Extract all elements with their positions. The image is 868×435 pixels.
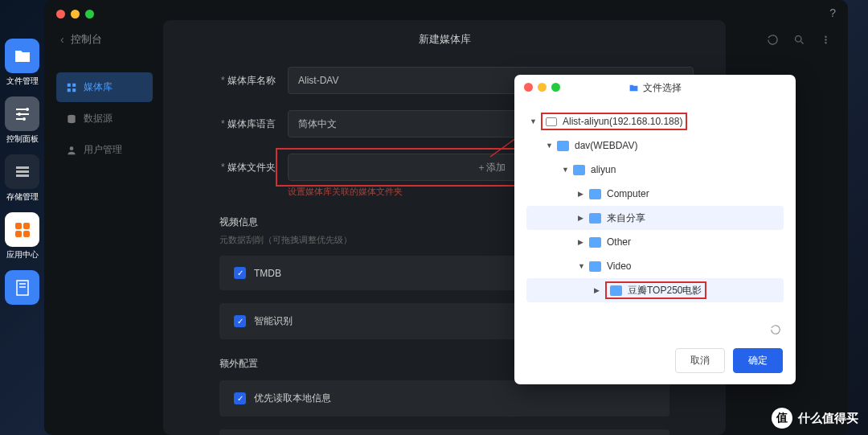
lang-label: 媒体库语言 xyxy=(195,117,288,131)
svg-rect-16 xyxy=(68,88,71,92)
svg-rect-4 xyxy=(16,170,29,173)
tree-label: Alist-aliyun(192.168.10.188) xyxy=(563,116,682,127)
caret-icon[interactable] xyxy=(594,286,602,294)
tree-item[interactable]: Video xyxy=(526,254,784,278)
folder-icon xyxy=(610,285,622,296)
svg-rect-15 xyxy=(72,83,76,86)
window-controls[interactable] xyxy=(56,10,94,18)
file-picker-dialog: 文件选择 Alist-aliyun(192.168.10.188)dav(WEB… xyxy=(514,75,796,384)
search-icon[interactable] xyxy=(793,34,805,49)
folder-icon xyxy=(557,141,569,151)
sidebar-item-media[interactable]: 媒体库 xyxy=(56,72,153,102)
svg-point-12 xyxy=(825,39,826,40)
dock-storage[interactable]: 存储管理 xyxy=(5,154,39,203)
svg-rect-3 xyxy=(16,166,29,169)
local-row[interactable]: ✓ 优先读取本地信息 xyxy=(219,380,669,417)
ok-button[interactable]: 确定 xyxy=(733,348,783,373)
caret-icon[interactable] xyxy=(546,142,554,150)
dock-label: 文件管理 xyxy=(6,76,39,85)
name-label: 媒体库名称 xyxy=(195,74,288,88)
sidebar-label: 媒体库 xyxy=(84,80,113,94)
svg-rect-14 xyxy=(68,83,71,86)
sidebar-label: 数据源 xyxy=(84,112,113,125)
tree-item[interactable]: aliyun xyxy=(526,158,784,182)
svg-point-13 xyxy=(825,43,826,43)
breadcrumb[interactable]: 控制台 xyxy=(71,32,102,47)
caret-icon[interactable] xyxy=(530,117,538,125)
menu-icon[interactable] xyxy=(820,34,832,49)
svg-point-19 xyxy=(70,146,74,150)
svg-point-2 xyxy=(23,117,26,121)
minimize-icon[interactable] xyxy=(71,10,80,18)
caret-icon[interactable] xyxy=(578,238,586,246)
maximize-icon[interactable] xyxy=(85,10,94,18)
dock-notes[interactable] xyxy=(5,270,39,307)
tree-item[interactable]: 来自分享 xyxy=(526,206,784,230)
tree-label: aliyun xyxy=(591,164,616,175)
tree-item[interactable]: Other xyxy=(526,230,784,254)
refresh-icon[interactable] xyxy=(767,34,779,49)
dock-label: 存储管理 xyxy=(6,192,39,201)
dock-label: 应用中心 xyxy=(6,250,39,259)
tree-label: Video xyxy=(607,261,631,272)
svg-rect-6 xyxy=(15,223,22,229)
tree-label: Computer xyxy=(607,188,649,199)
caret-icon[interactable] xyxy=(578,262,586,270)
collection-row[interactable]: ✓ 自动添加到合集 xyxy=(219,429,669,435)
cancel-button[interactable]: 取消 xyxy=(675,348,725,373)
svg-point-1 xyxy=(18,113,21,116)
back-icon[interactable]: ‹ xyxy=(60,33,64,46)
folder-icon xyxy=(589,189,601,199)
folder-icon xyxy=(589,213,601,224)
caret-icon[interactable] xyxy=(562,166,570,174)
sidebar-label: 用户管理 xyxy=(84,143,122,157)
maximize-icon[interactable] xyxy=(551,83,560,92)
tree-label: 来自分享 xyxy=(607,211,645,225)
checkbox-icon[interactable]: ✓ xyxy=(234,315,246,327)
watermark: 值 什么值得买 xyxy=(772,408,858,429)
dock-app-center[interactable]: 应用中心 xyxy=(5,212,39,261)
sidebar-item-users[interactable]: 用户管理 xyxy=(56,135,153,165)
svg-point-0 xyxy=(26,108,29,111)
folder-icon xyxy=(589,237,601,248)
svg-rect-7 xyxy=(23,223,30,229)
close-icon[interactable] xyxy=(56,10,65,18)
folder-label: 媒体文件夹 xyxy=(195,161,288,174)
tree-item[interactable]: 豆瓣TOP250电影 xyxy=(526,278,784,302)
help-icon[interactable]: ? xyxy=(829,6,836,19)
minimize-icon[interactable] xyxy=(538,83,547,92)
tree-item[interactable]: dav(WEBDAV) xyxy=(526,133,784,158)
dock-file-manager[interactable]: 文件管理 xyxy=(5,39,39,87)
dock-control-panel[interactable]: 控制面板 xyxy=(5,96,39,145)
server-icon xyxy=(546,117,557,126)
sidebar-item-datasource[interactable]: 数据源 xyxy=(56,104,153,133)
modal-title: 新建媒体库 xyxy=(163,20,726,67)
checkbox-icon[interactable]: ✓ xyxy=(234,392,246,404)
tree-label: Other xyxy=(607,236,631,248)
folder-icon xyxy=(573,165,585,175)
refresh-icon[interactable] xyxy=(770,324,781,339)
tree-item[interactable]: Computer xyxy=(526,182,784,206)
caret-icon[interactable] xyxy=(578,214,586,222)
caret-icon[interactable] xyxy=(578,190,586,198)
tree-label: 豆瓣TOP250电影 xyxy=(628,284,702,298)
svg-rect-9 xyxy=(23,231,30,237)
checkbox-icon[interactable]: ✓ xyxy=(234,267,246,279)
svg-rect-5 xyxy=(16,174,29,177)
svg-point-10 xyxy=(796,36,802,43)
tree-item[interactable]: Alist-aliyun(192.168.10.188) xyxy=(526,109,784,133)
close-icon[interactable] xyxy=(524,83,533,92)
svg-rect-8 xyxy=(15,231,22,237)
dock-label: 控制面板 xyxy=(6,134,39,143)
svg-point-11 xyxy=(825,36,826,37)
picker-window-controls[interactable] xyxy=(524,83,560,92)
svg-rect-17 xyxy=(72,88,76,92)
tree-label: dav(WEBDAV) xyxy=(575,140,637,151)
folder-icon xyxy=(589,261,601,272)
